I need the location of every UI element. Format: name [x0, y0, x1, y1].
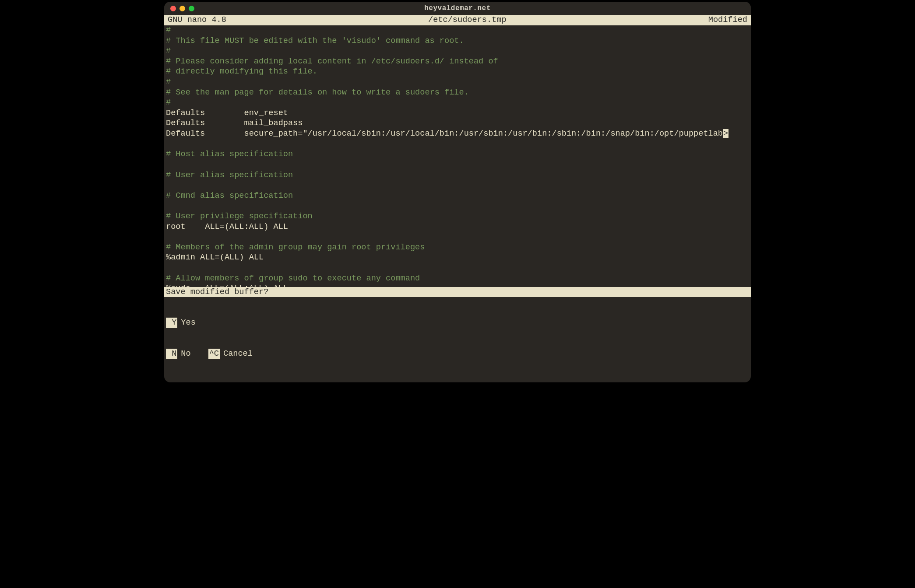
shortcut-key[interactable]: Y [166, 318, 177, 328]
shortcut-label: No [177, 349, 208, 359]
editor-line: Defaults secure_path="/usr/local/sbin:/u… [166, 129, 749, 139]
editor-line: # directly modifying this file. [166, 66, 749, 77]
editor-line [166, 263, 749, 273]
editor-line [166, 180, 749, 191]
window-title: heyvaldemar.net [164, 4, 751, 13]
titlebar: heyvaldemar.net [164, 2, 751, 15]
editor-line: %admin ALL=(ALL) ALL [166, 252, 749, 263]
editor-area[interactable]: ## This file MUST be edited with the 'vi… [164, 25, 751, 287]
editor-line: # Please consider adding local content i… [166, 56, 749, 67]
editor-line: # This file MUST be edited with the 'vis… [166, 36, 749, 46]
overflow-marker-icon: > [723, 129, 728, 138]
terminal-window: heyvaldemar.net GNU nano 4.8 /etc/sudoer… [164, 2, 751, 382]
editor-line [166, 232, 749, 242]
shortcut-key[interactable]: ^C [208, 349, 220, 359]
shortcut-key[interactable]: N [166, 349, 177, 359]
editor-line: # See the man page for details on how to… [166, 88, 749, 98]
editor-line: # [166, 98, 749, 108]
editor-line [166, 160, 749, 170]
shortcut-label: Yes [177, 318, 213, 328]
editor-line: # [166, 77, 749, 88]
editor-line: # Cmnd alias specification [166, 191, 749, 201]
editor-line: # Allow members of group sudo to execute… [166, 273, 749, 284]
editor-line [166, 201, 749, 211]
editor-line: # [166, 25, 749, 36]
editor-line: %sudo ALL=(ALL:ALL) ALL [166, 284, 749, 287]
nano-status: Modified [708, 15, 747, 25]
editor-line: # User privilege specification [166, 211, 749, 222]
editor-line: # Host alias specification [166, 149, 749, 160]
nano-app-name: GNU nano 4.8 [168, 15, 226, 25]
editor-line: Defaults env_reset [166, 108, 749, 119]
prompt-question: Save modified buffer? [166, 287, 268, 298]
shortcut-area: YYes NNo^CCancel [164, 297, 751, 382]
nano-file-name: /etc/sudoers.tmp [226, 15, 708, 25]
shortcut-label: Cancel [220, 349, 270, 359]
editor-line [166, 139, 749, 150]
editor-line: # User alias specification [166, 170, 749, 181]
editor-line: # [166, 46, 749, 56]
editor-line: root ALL=(ALL:ALL) ALL [166, 222, 749, 232]
editor-line: Defaults mail_badpass [166, 118, 749, 129]
prompt-bar: Save modified buffer? [164, 287, 751, 298]
editor-line: # Members of the admin group may gain ro… [166, 242, 749, 253]
nano-header: GNU nano 4.8 /etc/sudoers.tmp Modified [164, 15, 751, 25]
